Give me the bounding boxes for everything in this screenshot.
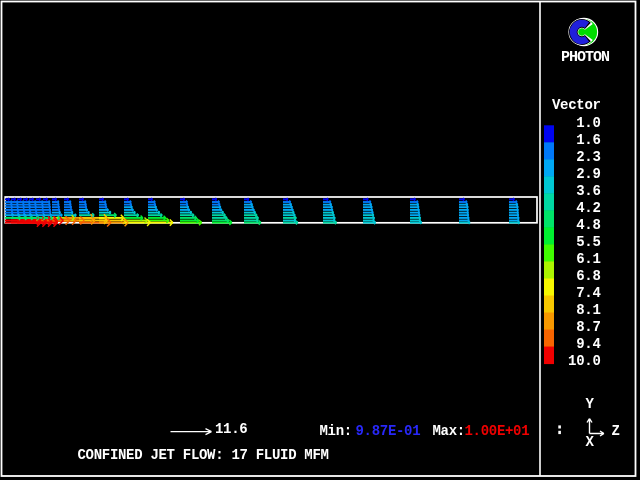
svg-text:10.0: 10.0 [568, 353, 600, 369]
svg-text:3.6: 3.6 [576, 183, 600, 199]
svg-text:9.87E-01: 9.87E-01 [356, 423, 421, 439]
svg-text:5.5: 5.5 [576, 234, 600, 250]
svg-text:PHOTON: PHOTON [561, 49, 610, 66]
svg-text:X: X [586, 434, 595, 450]
svg-text:8.7: 8.7 [576, 319, 600, 335]
svg-text:6.8: 6.8 [576, 268, 600, 284]
svg-text:Max:: Max: [433, 423, 465, 439]
svg-text:2.3: 2.3 [576, 149, 600, 165]
svg-text:Vector: Vector [552, 97, 601, 113]
svg-text:1.0: 1.0 [576, 115, 600, 131]
svg-text:1.6: 1.6 [576, 132, 600, 148]
svg-text:4.2: 4.2 [576, 200, 600, 216]
svg-text:7.4: 7.4 [576, 285, 600, 301]
svg-text:Min:: Min: [320, 423, 352, 439]
svg-text:9.4: 9.4 [576, 336, 600, 352]
svg-text:2.9: 2.9 [576, 166, 600, 182]
svg-text:Z: Z [612, 423, 620, 439]
svg-text:CONFINED JET FLOW: 17 FLUID MF: CONFINED JET FLOW: 17 FLUID MFM [78, 447, 329, 463]
svg-text:11.6: 11.6 [215, 421, 247, 437]
svg-text:Y: Y [586, 396, 595, 412]
svg-text:4.8: 4.8 [576, 217, 600, 233]
svg-text:1.00E+01: 1.00E+01 [465, 423, 530, 439]
svg-text:8.1: 8.1 [576, 302, 600, 318]
svg-text:6.1: 6.1 [576, 251, 600, 267]
